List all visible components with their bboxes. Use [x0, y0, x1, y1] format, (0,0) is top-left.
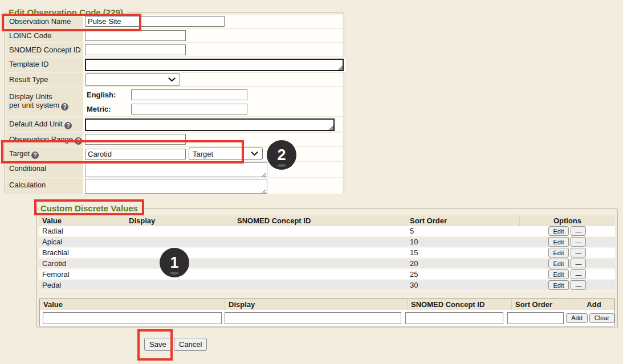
- edit-button[interactable]: Edit: [548, 280, 569, 290]
- row-loinc: LOINC Code: [6, 29, 343, 42]
- cell-sort-order: 5: [406, 227, 519, 235]
- remove-button[interactable]: —: [571, 237, 586, 247]
- default-add-unit-label: Default Add Unit?: [6, 117, 83, 132]
- add-sort-order-input[interactable]: [507, 312, 564, 324]
- metric-label: Metric:: [87, 105, 131, 113]
- resize-grip-icon[interactable]: [261, 171, 266, 176]
- observation-range-input[interactable]: [85, 134, 186, 145]
- resize-grip-icon[interactable]: [337, 64, 343, 70]
- chevron-down-icon: [251, 152, 258, 156]
- table-row: Femoral 25 Edit —: [39, 269, 615, 280]
- col-options: Options: [519, 215, 615, 226]
- help-icon[interactable]: ?: [61, 103, 68, 111]
- add-col-snomed: SNOMED Concept ID: [407, 299, 511, 310]
- result-type-select[interactable]: [85, 73, 180, 86]
- cell-value: Pedal: [39, 281, 127, 289]
- cell-sort-order: 20: [406, 259, 519, 268]
- target-select[interactable]: Target: [189, 148, 263, 160]
- discrete-section-title: Custom Discrete Values: [39, 203, 141, 214]
- help-icon[interactable]: ?: [75, 137, 82, 145]
- cell-options: Edit —: [519, 248, 615, 257]
- col-value: Value: [39, 216, 127, 225]
- calculation-label: Calculation: [6, 178, 83, 194]
- help-icon[interactable]: ?: [31, 152, 39, 159]
- template-id-label: Template ID: [6, 58, 83, 72]
- observation-name-label: Observation Name: [6, 15, 83, 28]
- cell-sort-order: 10: [406, 238, 519, 246]
- edit-button[interactable]: Edit: [548, 269, 569, 279]
- add-col-value: Value: [40, 300, 225, 309]
- add-snomed-input[interactable]: [405, 312, 503, 324]
- display-units-label-line1: Display Units: [9, 92, 52, 101]
- help-icon[interactable]: ?: [64, 122, 72, 129]
- add-value-input[interactable]: [43, 312, 222, 324]
- table-row: Brachial 15 Edit —: [39, 248, 615, 259]
- col-snomed: SNOMED Concept ID: [234, 216, 406, 225]
- target-label: Target?: [6, 147, 83, 161]
- cell-options: Edit —: [519, 280, 615, 290]
- edit-button[interactable]: Edit: [548, 248, 569, 257]
- cell-value: Radial: [39, 227, 127, 235]
- metric-units-input[interactable]: [131, 104, 247, 114]
- cell-value: Femoral: [39, 270, 127, 279]
- loinc-label: LOINC Code: [6, 29, 83, 42]
- cell-options: Edit —: [519, 259, 615, 268]
- col-display: Display: [127, 216, 234, 225]
- resize-grip-icon[interactable]: [328, 124, 333, 130]
- conditional-textarea[interactable]: [85, 162, 267, 177]
- callout-1: 1: [160, 248, 189, 277]
- discrete-table: Value Display SNOMED Concept ID Sort Ord…: [39, 215, 615, 291]
- add-display-input[interactable]: [225, 312, 401, 324]
- edit-button[interactable]: Edit: [548, 237, 569, 247]
- save-button[interactable]: Save: [144, 338, 172, 351]
- snomed-input[interactable]: [85, 44, 186, 55]
- calculation-textarea[interactable]: [85, 179, 267, 194]
- form-rows: Observation Name LOINC Code SNOMED Conce…: [6, 15, 343, 194]
- cell-sort-order: 30: [406, 281, 519, 289]
- clear-button[interactable]: Clear: [589, 313, 614, 323]
- add-table-header: Value Display SNOMED Concept ID Sort Ord…: [40, 299, 614, 310]
- chevron-down-icon: [168, 77, 176, 82]
- target-selected-value: Target: [193, 150, 213, 158]
- remove-button[interactable]: —: [571, 248, 586, 257]
- edit-button[interactable]: Edit: [548, 226, 569, 236]
- remove-button[interactable]: —: [571, 269, 586, 279]
- table-row: Radial 5 Edit —: [39, 226, 615, 237]
- display-units-label: Display Units per unit system?: [6, 87, 83, 116]
- row-result-type: Result Type: [6, 73, 343, 86]
- remove-button[interactable]: —: [571, 226, 586, 236]
- remove-button[interactable]: —: [571, 259, 586, 268]
- add-col-add: Add: [573, 299, 614, 310]
- template-id-textarea[interactable]: [85, 59, 344, 71]
- default-add-unit-textarea[interactable]: [85, 118, 335, 131]
- target-input[interactable]: [85, 149, 186, 159]
- add-button[interactable]: Add: [566, 313, 588, 323]
- custom-discrete-values-section: Custom Discrete Values Value Display SNO…: [36, 208, 618, 328]
- cell-value: Brachial: [39, 248, 127, 257]
- loinc-input[interactable]: [85, 30, 186, 41]
- row-calculation: Calculation: [6, 178, 343, 194]
- conditional-label: Conditional: [6, 162, 83, 177]
- col-sort-order: Sort Order: [406, 216, 519, 225]
- callout-2: 2: [267, 140, 296, 170]
- cancel-button[interactable]: Cancel: [174, 338, 207, 351]
- add-col-sort-order: Sort Order: [511, 299, 573, 310]
- observation-range-label: Observation Range?: [6, 133, 83, 146]
- row-default-add-unit: Default Add Unit?: [6, 117, 343, 132]
- remove-button[interactable]: —: [571, 280, 586, 290]
- cell-options: Edit —: [519, 237, 615, 247]
- row-template-id: Template ID: [6, 58, 343, 72]
- cell-sort-order: 25: [406, 270, 519, 279]
- english-units-input[interactable]: [131, 89, 247, 100]
- resize-grip-icon[interactable]: [261, 187, 266, 193]
- row-display-units: Display Units per unit system? English: …: [6, 87, 343, 116]
- table-row: Carotid 20 Edit —: [39, 259, 615, 269]
- cell-options: Edit —: [519, 269, 615, 279]
- edit-button[interactable]: Edit: [548, 259, 569, 268]
- observation-name-input[interactable]: [85, 16, 225, 27]
- table-row: Pedal 30 Edit —: [39, 280, 615, 291]
- add-table-body: Add Clear: [40, 310, 614, 326]
- cell-value: Carotid: [39, 259, 127, 268]
- table-row: Apical 10 Edit —: [39, 237, 615, 248]
- discrete-table-header: Value Display SNOMED Concept ID Sort Ord…: [39, 215, 615, 226]
